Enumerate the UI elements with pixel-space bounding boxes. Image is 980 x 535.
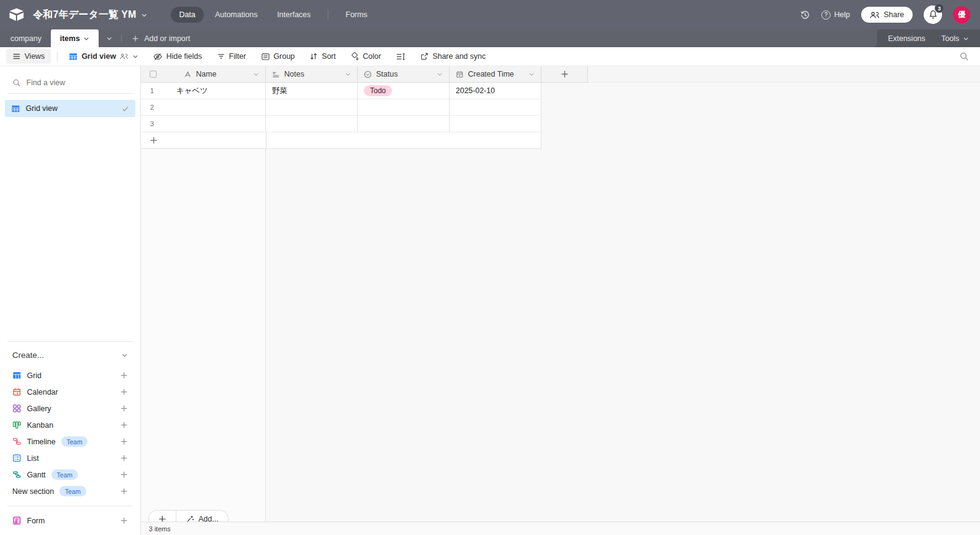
collaborators-icon xyxy=(119,53,129,60)
hide-fields-label: Hide fields xyxy=(166,52,202,61)
add-or-import-button[interactable]: Add or import xyxy=(123,29,198,47)
chevron-down-icon xyxy=(83,36,89,42)
plus-icon[interactable] xyxy=(120,454,128,462)
create-item-calendar[interactable]: Calendar xyxy=(0,384,140,400)
table-list-chevron-button[interactable] xyxy=(99,29,120,47)
column-header-notes[interactable]: Notes xyxy=(266,66,358,83)
create-item-gallery[interactable]: Gallery xyxy=(0,400,140,417)
grid-area: Name Notes Status xyxy=(141,66,980,535)
create-item-kanban[interactable]: Kanban xyxy=(0,417,140,433)
table-row[interactable]: 1 キャベツ 野菜 Todo 2025-02-10 xyxy=(141,83,980,99)
notifications-button[interactable]: 3 xyxy=(924,6,942,24)
views-button[interactable]: Views xyxy=(6,49,51,64)
cell-name[interactable]: 2 xyxy=(141,99,266,116)
column-header-created-time[interactable]: Created Time xyxy=(450,66,541,83)
view-label: Grid view xyxy=(26,104,116,113)
cell-name[interactable]: 3 xyxy=(141,116,266,132)
find-view-search[interactable] xyxy=(7,74,133,94)
column-label: Notes xyxy=(284,70,304,78)
chevron-down-icon[interactable] xyxy=(529,71,535,77)
create-item-timeline[interactable]: Timeline Team xyxy=(0,433,140,450)
hide-fields-button[interactable]: Hide fields xyxy=(148,50,206,64)
column-header-status[interactable]: Status xyxy=(358,66,450,83)
cell-notes[interactable] xyxy=(266,116,358,132)
share-and-sync-button[interactable]: Share and sync xyxy=(415,50,491,63)
history-icon[interactable] xyxy=(800,10,810,20)
create-label: Create... xyxy=(12,351,121,360)
table-tab-items[interactable]: items xyxy=(51,29,99,47)
plus-icon[interactable] xyxy=(120,421,128,429)
extensions-button[interactable]: Extensions xyxy=(888,34,925,43)
cell-created-time[interactable] xyxy=(450,116,541,132)
sort-button[interactable]: Sort xyxy=(304,50,341,63)
table-tab-strip: company items Add or import xyxy=(0,29,877,47)
chevron-down-icon xyxy=(121,352,128,359)
table-row[interactable]: 2 xyxy=(141,99,980,116)
create-item-grid[interactable]: Grid xyxy=(0,367,140,384)
row-number: 2 xyxy=(141,104,169,111)
chevron-down-icon[interactable] xyxy=(253,71,259,77)
search-icon[interactable] xyxy=(959,51,969,61)
tab-data[interactable]: Data xyxy=(171,7,204,23)
base-title[interactable]: 令和7年データ一覧 YM xyxy=(33,9,148,21)
cell-notes[interactable] xyxy=(266,99,358,116)
share-button[interactable]: Share xyxy=(861,7,913,23)
cell-created-time[interactable] xyxy=(450,99,541,116)
plus-icon[interactable] xyxy=(120,371,128,379)
create-item-gantt[interactable]: Gantt Team xyxy=(0,466,140,483)
cell-name[interactable]: 1 キャベツ xyxy=(141,83,266,99)
plus-icon[interactable] xyxy=(120,438,128,446)
cell-created-time[interactable]: 2025-02-10 xyxy=(450,83,541,99)
create-item-label: Kanban xyxy=(27,421,53,430)
grid-icon xyxy=(12,371,21,380)
plus-icon[interactable] xyxy=(120,388,128,396)
plus-icon[interactable] xyxy=(120,404,128,412)
tab-automations[interactable]: Automations xyxy=(206,7,266,23)
plus-icon[interactable] xyxy=(120,517,128,525)
avatar[interactable]: 優 xyxy=(953,6,970,23)
filter-label: Filter xyxy=(229,52,246,61)
cell-status[interactable]: Todo xyxy=(358,83,450,99)
table-tab-company[interactable]: company xyxy=(1,29,51,47)
chevron-down-icon[interactable] xyxy=(345,71,351,77)
table-row[interactable]: 3 xyxy=(141,116,980,132)
chevron-down-icon[interactable] xyxy=(437,71,443,77)
plus-icon xyxy=(149,136,158,145)
tab-interfaces[interactable]: Interfaces xyxy=(268,7,319,23)
tab-forms[interactable]: Forms xyxy=(337,7,375,23)
cell-value: 2025-02-10 xyxy=(456,86,495,95)
column-header-name[interactable]: Name xyxy=(141,66,266,83)
find-view-input[interactable] xyxy=(26,78,112,87)
create-item-list[interactable]: List xyxy=(0,450,140,466)
help-button[interactable]: ? Help xyxy=(821,10,850,20)
sidebar-view-grid-view[interactable]: Grid view xyxy=(5,100,135,117)
record-count: 3 items xyxy=(149,525,170,533)
cell-notes[interactable]: 野菜 xyxy=(266,83,358,99)
gallery-icon xyxy=(12,404,21,413)
add-row[interactable] xyxy=(141,132,980,149)
filter-button[interactable]: Filter xyxy=(212,50,251,63)
cell-status[interactable] xyxy=(358,116,450,132)
create-item-label: Timeline xyxy=(27,438,56,446)
create-header[interactable]: Create... xyxy=(0,351,140,367)
row-height-button[interactable] xyxy=(391,50,410,64)
plus-icon[interactable] xyxy=(120,487,128,495)
color-button[interactable]: Color xyxy=(345,50,386,63)
create-item-form[interactable]: Form xyxy=(0,512,140,529)
group-button[interactable]: Group xyxy=(256,50,300,64)
view-switcher[interactable]: Grid view xyxy=(64,50,143,64)
create-item-label: Gantt xyxy=(27,471,46,479)
add-field-button[interactable] xyxy=(541,66,588,83)
base-title-label: 令和7年データ一覧 YM xyxy=(33,9,137,21)
airtable-logo-icon[interactable] xyxy=(9,8,24,21)
plus-icon xyxy=(132,35,139,42)
tools-button[interactable]: Tools xyxy=(941,34,969,43)
tools-label: Tools xyxy=(941,34,959,43)
current-view-label: Grid view xyxy=(81,52,116,61)
select-all-checkbox[interactable] xyxy=(149,70,157,78)
cell-status[interactable] xyxy=(358,99,450,116)
view-toolbar: Views Grid view Hide fields Filt xyxy=(0,47,980,66)
create-item-new-section[interactable]: New section Team xyxy=(0,483,140,499)
plus-icon[interactable] xyxy=(120,471,128,479)
cell-value: キャベツ xyxy=(176,86,208,96)
